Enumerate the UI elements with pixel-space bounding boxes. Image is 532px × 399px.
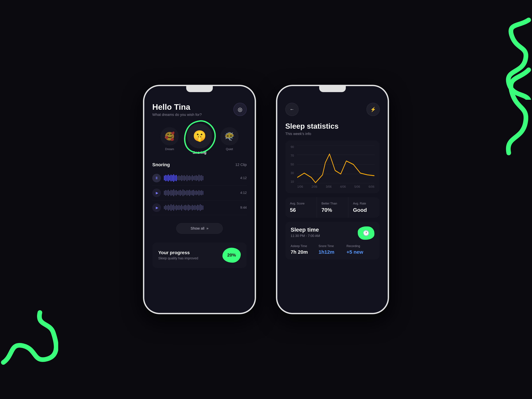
chart-x-6: 6/06 xyxy=(369,185,374,189)
chart-x-2: 2/06 xyxy=(311,185,317,189)
progress-info: Your progress Sleep quality has improved xyxy=(158,250,198,260)
screen-left: Hello Tina What dreams do you wish for? … xyxy=(144,86,255,313)
play-button-3[interactable]: ▶ xyxy=(152,203,161,212)
clips-count: 12 Clip xyxy=(235,163,247,167)
chart-x-5: 5/06 xyxy=(354,185,360,189)
stat-better-than: Better Than 70% xyxy=(317,197,348,218)
greeting: Hello Tina What dreams do you wish for? xyxy=(152,103,202,117)
stat-better-than-value: 70% xyxy=(322,207,344,213)
phones-container: Hello Tina What dreams do you wish for? … xyxy=(143,85,389,314)
recording-label: Recording xyxy=(347,244,374,248)
chevrons-right-icon: » xyxy=(206,226,208,231)
stat-avg-rate-value: Good xyxy=(353,207,375,213)
sleep-header: Sleep time 11:30 PM - 7:00 AM 🕐 xyxy=(291,226,374,240)
sleep-info: Sleep time 11:30 PM - 7:00 AM xyxy=(291,226,320,238)
phone-left: Hello Tina What dreams do you wish for? … xyxy=(143,85,256,314)
page-subtitle: This week's info xyxy=(285,132,380,136)
mode-dream-label: Dream xyxy=(165,147,174,151)
chart-y-30: 30 xyxy=(291,171,294,175)
chart-area: 90 70 50 30 10 xyxy=(291,145,374,189)
asleep-time-label: Asleep Time xyxy=(291,244,318,248)
nav-row: ← ⚡ xyxy=(285,103,380,116)
mode-snoring[interactable]: 🤫 Snoring xyxy=(187,124,212,155)
header-row: Hello Tina What dreams do you wish for? … xyxy=(152,103,247,117)
show-all-label: Show all xyxy=(190,226,204,231)
sleep-section: Sleep time 11:30 PM - 7:00 AM 🕐 Asleep T… xyxy=(285,222,380,260)
play-button-2[interactable]: ▶ xyxy=(152,189,161,197)
chart-y-90: 90 xyxy=(291,145,294,149)
progress-subtitle: Sleep quality has improved xyxy=(158,256,198,260)
clips-header: Snoring 12 Clip xyxy=(152,162,247,167)
stat-better-than-label: Better Than xyxy=(322,202,344,205)
page-title: Sleep statistics xyxy=(285,122,380,130)
mode-quiet[interactable]: 😶‍🌫️ Quiet xyxy=(220,127,239,151)
clip-duration-1: 4:12 xyxy=(238,176,247,180)
lightning-button[interactable]: ⚡ xyxy=(367,103,380,116)
snore-time-label: Snore Time xyxy=(318,244,347,248)
chart-x-labels: 1/06 2/06 3/06 4/06 5/06 6/06 xyxy=(297,185,374,189)
clip-row-2: ▶ 4:12 xyxy=(152,185,247,200)
sleep-stat-asleep: Asleep Time 7h 20m xyxy=(291,244,318,255)
clip-duration-3: 9:44 xyxy=(238,206,247,209)
stat-avg-score: Avg. Score 56 xyxy=(285,197,317,218)
sleep-stats-row: Asleep Time 7h 20m Snore Time 1h12m Reco… xyxy=(291,244,374,255)
chart-x-4: 4/06 xyxy=(340,185,346,189)
chart-x-3: 3/06 xyxy=(326,185,332,189)
mode-dream-avatar: 🥰 xyxy=(160,127,179,146)
sleep-stat-snore: Snore Time 1h12m xyxy=(318,244,347,255)
modes-row: 🥰 Dream 🤫 Snoring xyxy=(152,124,247,155)
mode-snoring-avatar: 🤫 xyxy=(187,124,212,148)
back-button[interactable]: ← xyxy=(285,103,298,116)
chart-y-labels: 90 70 50 30 10 xyxy=(291,145,294,184)
progress-section: Your progress Sleep quality has improved… xyxy=(152,242,247,268)
back-arrow-icon: ← xyxy=(290,107,294,112)
chart-y-70: 70 xyxy=(291,154,294,158)
chart-svg-wrapper xyxy=(297,145,374,184)
waveform-3 xyxy=(164,204,234,212)
sleep-icon-badge: 🕐 xyxy=(358,226,374,240)
recording-value: +5 new xyxy=(347,249,374,255)
pause-button-1[interactable]: ⏸ xyxy=(152,174,161,182)
sleep-title: Sleep time xyxy=(291,226,320,233)
screen-right: ← ⚡ Sleep statistics This week's info 90 xyxy=(277,86,388,313)
show-all-button[interactable]: Show all » xyxy=(176,223,223,234)
notch-right xyxy=(319,86,346,92)
chart-container: 90 70 50 30 10 xyxy=(285,141,380,193)
clip-row-3: ▶ 9:44 xyxy=(152,200,247,215)
asleep-time-value: 7h 20m xyxy=(291,249,318,255)
sleep-time-range: 11:30 PM - 7:00 AM xyxy=(291,234,320,238)
chart-y-10: 10 xyxy=(291,180,294,184)
stats-row: Avg. Score 56 Better Than 70% Avg. Rate … xyxy=(285,197,380,218)
chart-y-50: 50 xyxy=(291,163,294,166)
pause-icon-1: ⏸ xyxy=(155,176,158,180)
mode-quiet-label: Quiet xyxy=(226,147,233,151)
mode-quiet-avatar: 😶‍🌫️ xyxy=(220,127,239,146)
progress-badge: 20% xyxy=(222,248,241,263)
notch-left xyxy=(186,86,213,92)
mode-dream[interactable]: 🥰 Dream xyxy=(160,127,179,151)
play-icon-2: ▶ xyxy=(156,191,158,195)
clips-title: Snoring xyxy=(152,162,170,167)
sleep-clock-icon: 🕐 xyxy=(363,230,369,236)
stat-avg-rate-label: Avg. Rate xyxy=(353,202,375,205)
waveform-1 xyxy=(164,174,234,182)
stat-avg-score-label: Avg. Score xyxy=(290,202,312,205)
greeting-title: Hello Tina xyxy=(152,103,202,112)
snore-time-value: 1h12m xyxy=(318,249,347,255)
clips-section: Snoring 12 Clip ⏸ 4:12 xyxy=(152,162,247,238)
stat-avg-rate: Avg. Rate Good xyxy=(348,197,380,218)
stat-avg-score-value: 56 xyxy=(290,207,312,213)
greeting-subtitle: What dreams do you wish for? xyxy=(152,113,202,117)
clip-row-1: ⏸ 4:12 xyxy=(152,171,247,185)
waveform-2 xyxy=(164,189,234,197)
clip-duration-2: 4:12 xyxy=(238,191,247,195)
lightning-icon: ⚡ xyxy=(370,107,376,112)
settings-icon: ◎ xyxy=(238,106,242,113)
progress-title: Your progress xyxy=(158,250,198,255)
chart-x-1: 1/06 xyxy=(297,185,303,189)
sleep-stat-recording: Recording +5 new xyxy=(347,244,374,255)
play-icon-3: ▶ xyxy=(156,206,158,210)
settings-button[interactable]: ◎ xyxy=(234,103,247,116)
phone-right: ← ⚡ Sleep statistics This week's info 90 xyxy=(276,85,389,314)
